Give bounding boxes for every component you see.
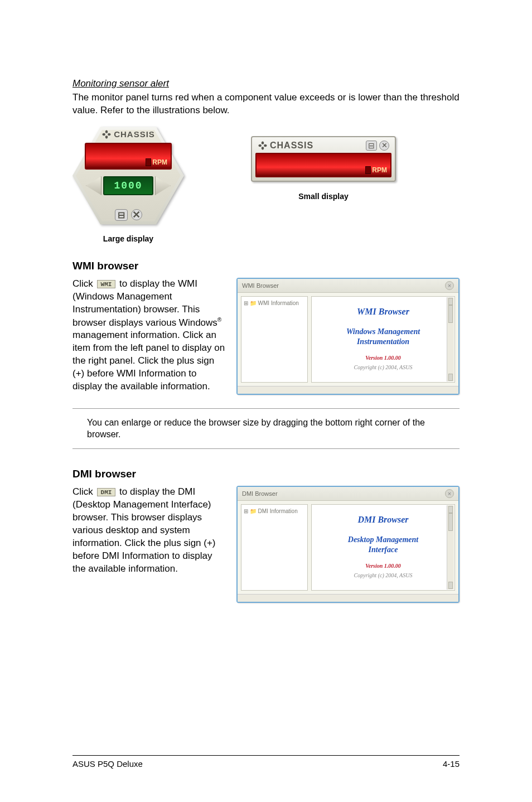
dmi-content-version: Version 1.00.00: [312, 563, 454, 569]
scrollbar[interactable]: [447, 297, 454, 381]
wmi-content-copyright: Copyright (c) 2004, ASUS: [312, 364, 454, 370]
footer-product: ASUS P5Q Deluxe: [72, 759, 143, 769]
registered-mark: ®: [217, 317, 221, 323]
chassis-label-text-small: CHASSIS: [270, 141, 313, 151]
chassis-small-display: CHASSIS ⊟ ✕ RPM: [251, 136, 396, 182]
dmi-section-title: DMI browser: [72, 468, 460, 480]
wmi-browser-window: WMI Browser × ⊞ 📁 WMI Information WMI Br…: [236, 278, 460, 395]
fan-icon: [258, 141, 268, 151]
wmi-content-sub1: Windows Management: [312, 327, 454, 337]
dmi-resize-handle[interactable]: [238, 594, 458, 602]
small-header: CHASSIS ⊟ ✕: [255, 141, 391, 153]
alert-panel-small: RPM: [255, 153, 391, 177]
scrollbar[interactable]: [447, 505, 454, 590]
dmi-content-sub1: Desktop Management: [312, 535, 454, 545]
dmi-text-before: Click: [72, 486, 96, 497]
wmi-content-sub2: Instrumentation: [312, 337, 454, 347]
sensor-alert-text: The monitor panel turns red when a compo…: [72, 91, 460, 117]
close-icon[interactable]: ✕: [131, 209, 142, 220]
wmi-resize-handle[interactable]: [238, 386, 458, 394]
note-callout: You can enlarge or reduce the browser si…: [72, 408, 460, 449]
fan-icon: [101, 129, 112, 139]
dmi-browser-window: DMI Browser × ⊞ 📁 DMI Information DMI Br…: [236, 486, 460, 603]
dmi-paragraph: Click DMI to display the DMI (Desktop Ma…: [72, 486, 225, 576]
dmi-window-titlebar: DMI Browser ×: [238, 487, 458, 501]
wmi-text-before: Click: [72, 278, 96, 289]
wmi-text-after: management information. Click an item fr…: [72, 330, 225, 392]
dmi-content-copyright: Copyright (c) 2004, ASUS: [312, 572, 454, 578]
dmi-tree-panel[interactable]: ⊞ 📁 DMI Information: [241, 504, 308, 591]
close-icon[interactable]: ×: [445, 489, 454, 498]
rpm-square-icon: [146, 158, 151, 166]
wmi-content-heading: WMI Browser: [312, 307, 454, 317]
sensor-alert-heading: Monitoring sensor alert: [72, 78, 460, 89]
wmi-tree-root[interactable]: WMI Information: [258, 300, 299, 306]
alert-panel-large: RPM: [85, 143, 172, 170]
collapse-icon[interactable]: ⊟: [115, 209, 128, 221]
footer-page-number: 4-15: [443, 759, 460, 769]
rpm-label-text-small: RPM: [372, 166, 387, 174]
wmi-window-title: WMI Browser: [242, 282, 279, 289]
rpm-label-text: RPM: [152, 158, 167, 166]
page-footer: ASUS P5Q Deluxe 4-15: [72, 755, 460, 769]
wmi-content-version: Version 1.00.00: [312, 355, 454, 361]
wmi-tree-panel[interactable]: ⊞ 📁 WMI Information: [241, 296, 308, 383]
temp-readout: 1000: [103, 176, 153, 195]
close-icon[interactable]: ✕: [379, 141, 389, 151]
wmi-section-title: WMI browser: [72, 260, 460, 272]
chassis-label-large: CHASSIS: [72, 129, 184, 139]
dmi-content-heading: DMI Browser: [312, 515, 454, 525]
dmi-two-column: Click DMI to display the DMI (Desktop Ma…: [72, 486, 460, 603]
small-display-block: CHASSIS ⊟ ✕ RPM Small display: [251, 136, 396, 201]
large-display-block: CHASSIS RPM 1000 ⊟ ✕ Large display: [72, 123, 184, 243]
small-display-caption: Small display: [251, 192, 396, 201]
hex-bottom-controls: ⊟ ✕: [72, 209, 184, 221]
scrollbar-thumb[interactable]: [448, 513, 453, 531]
dmi-button[interactable]: DMI: [97, 488, 116, 496]
chassis-label-small: CHASSIS: [258, 141, 313, 151]
large-display-caption: Large display: [72, 234, 184, 243]
wmi-content-panel: WMI Browser Windows Management Instrumen…: [311, 296, 455, 383]
dmi-window-title: DMI Browser: [242, 490, 278, 497]
note-text: You can enlarge or reduce the browser si…: [87, 417, 460, 441]
dmi-text-after: to display the DMI (Desktop Management I…: [72, 486, 216, 574]
wmi-window-titlebar: WMI Browser ×: [238, 279, 458, 293]
expand-icon[interactable]: ⊟: [366, 141, 377, 151]
close-icon[interactable]: ×: [445, 281, 454, 290]
scrollbar-thumb[interactable]: [448, 305, 453, 323]
rpm-indicator-small: RPM: [365, 166, 387, 174]
rpm-square-icon: [365, 166, 371, 174]
wmi-two-column: Click WMI to display the WMI (Windows Ma…: [72, 278, 460, 395]
dmi-content-panel: DMI Browser Desktop Management Interface…: [311, 504, 455, 591]
dmi-content-sub2: Interface: [312, 545, 454, 555]
chassis-large-display: CHASSIS RPM 1000 ⊟ ✕: [72, 123, 184, 229]
wmi-paragraph: Click WMI to display the WMI (Windows Ma…: [72, 278, 225, 393]
display-examples-row: CHASSIS RPM 1000 ⊟ ✕ Large display: [72, 123, 460, 243]
dmi-tree-root[interactable]: DMI Information: [258, 508, 298, 514]
rpm-indicator-large: RPM: [146, 158, 167, 166]
chassis-label-text: CHASSIS: [114, 130, 155, 138]
wmi-button[interactable]: WMI: [97, 280, 116, 288]
